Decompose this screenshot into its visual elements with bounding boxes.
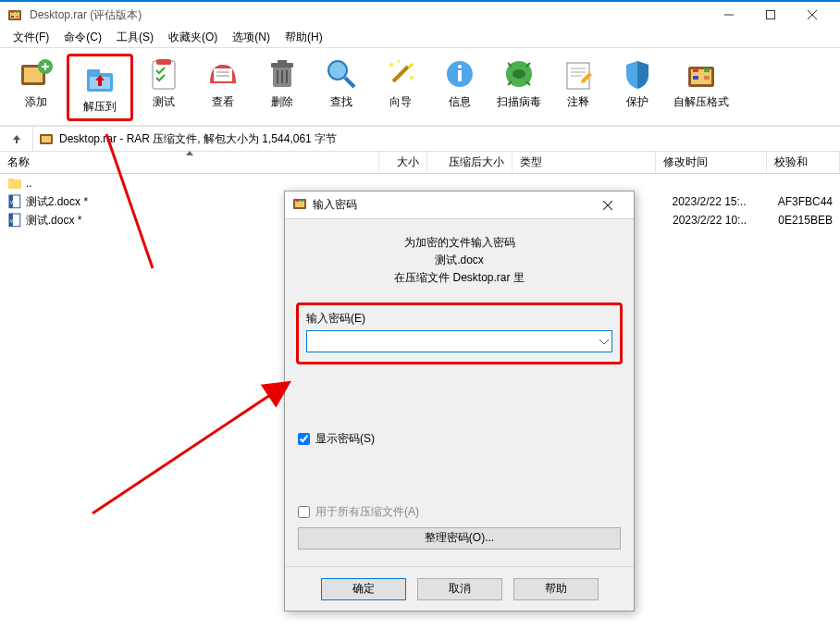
add-icon <box>18 56 55 93</box>
toolbar-protect-label: 保护 <box>626 94 649 110</box>
toolbar-delete[interactable]: 删除 <box>253 54 311 121</box>
find-icon <box>323 56 360 93</box>
address-bar: Desktop.rar - RAR 压缩文件, 解包大小为 1,544,061 … <box>0 126 840 152</box>
titlebar: Desktop.rar (评估版本) <box>0 0 840 28</box>
svg-point-39 <box>513 69 525 79</box>
toolbar-find[interactable]: 查找 <box>313 54 370 121</box>
toolbar-info[interactable]: 信息 <box>431 54 488 121</box>
toolbar-test-label: 测试 <box>153 94 175 110</box>
toolbar-sfx[interactable]: 自解压格式 <box>668 54 735 121</box>
col-size[interactable]: 大小 <box>379 152 427 173</box>
svg-line-41 <box>526 63 530 67</box>
toolbar-extract[interactable]: 解压到 <box>71 58 129 117</box>
svg-rect-52 <box>693 76 698 80</box>
file-name: .. <box>26 177 385 190</box>
svg-rect-65 <box>295 201 304 207</box>
toolbar-add-label: 添加 <box>25 94 47 110</box>
col-packed[interactable]: 压缩后大小 <box>427 152 513 173</box>
use-for-all-input[interactable] <box>298 506 310 518</box>
svg-rect-66 <box>296 200 299 202</box>
show-password-input[interactable] <box>298 433 310 445</box>
svg-rect-67 <box>301 200 303 202</box>
toolbar-sfx-label: 自解压格式 <box>673 94 729 110</box>
svg-rect-7 <box>766 11 774 19</box>
file-crc: 0E215BEB <box>771 214 840 227</box>
close-button[interactable] <box>791 2 833 28</box>
toolbar-comment[interactable]: 注释 <box>550 54 607 121</box>
toolbar-test[interactable]: 测试 <box>135 54 192 121</box>
delete-icon <box>264 56 301 93</box>
winrar-icon <box>7 7 22 22</box>
svg-rect-3 <box>16 11 19 13</box>
archive-icon <box>39 131 54 146</box>
svg-rect-50 <box>693 68 698 72</box>
svg-line-31 <box>393 67 408 81</box>
folder-up-icon <box>7 176 22 191</box>
cancel-button[interactable]: 取消 <box>417 578 502 600</box>
menu-commands[interactable]: 命令(C) <box>56 28 109 47</box>
maximize-button[interactable] <box>749 2 791 28</box>
col-crc[interactable]: 校验和 <box>767 152 840 173</box>
svg-point-32 <box>389 63 393 67</box>
svg-line-71 <box>93 393 273 513</box>
help-button[interactable]: 帮助 <box>513 578 599 600</box>
menu-favorites[interactable]: 收藏夹(O) <box>161 28 225 47</box>
toolbar-extract-label: 解压到 <box>83 99 117 115</box>
svg-rect-51 <box>704 68 710 72</box>
password-dialog: 输入密码 为加密的文件输入密码 测试.docx 在压缩文件 Desktop.ra… <box>284 191 635 611</box>
dialog-titlebar: 输入密码 <box>285 191 634 219</box>
toolbar-add[interactable]: 添加 <box>7 54 65 121</box>
svg-rect-2 <box>11 11 14 13</box>
docx-icon: W <box>7 194 22 209</box>
nav-up-button[interactable] <box>0 127 33 151</box>
address-text: Desktop.rar - RAR 压缩文件, 解包大小为 1,544,061 … <box>59 131 337 147</box>
col-mtime[interactable]: 修改时间 <box>656 152 767 173</box>
protect-icon <box>619 56 656 93</box>
svg-point-29 <box>328 61 347 80</box>
toolbar-protect[interactable]: 保护 <box>609 54 666 121</box>
password-label: 输入密码(E) <box>306 311 612 327</box>
svg-line-42 <box>508 81 512 85</box>
toolbar-comment-label: 注释 <box>567 94 589 110</box>
menu-help[interactable]: 帮助(H) <box>278 28 330 47</box>
dialog-message: 为加密的文件输入密码 测试.docx 在压缩文件 Desktop.rar 里 <box>298 234 621 288</box>
highlight-extract: 解压到 <box>67 54 133 121</box>
menu-file[interactable]: 文件(F) <box>6 28 56 47</box>
dialog-close-button[interactable] <box>589 191 626 218</box>
menu-tools[interactable]: 工具(S) <box>109 28 161 47</box>
toolbar: 添加 解压到 测试 查看 删除 查找 向导 信息 扫描病毒 注释 保护 <box>0 48 840 126</box>
toolbar-delete-label: 删除 <box>271 94 293 110</box>
password-input[interactable] <box>306 330 612 352</box>
organize-passwords-button[interactable]: 整理密码(O)... <box>298 527 621 549</box>
show-password-checkbox[interactable]: 显示密码(S) <box>298 431 621 447</box>
list-item[interactable]: .. <box>0 174 840 192</box>
menubar: 文件(F) 命令(C) 工具(S) 收藏夹(O) 选项(N) 帮助(H) <box>0 28 840 48</box>
svg-rect-19 <box>156 59 171 65</box>
toolbar-wizard[interactable]: 向导 <box>372 54 429 121</box>
svg-point-33 <box>410 76 414 80</box>
address-path[interactable]: Desktop.rar - RAR 压缩文件, 解包大小为 1,544,061 … <box>33 131 840 147</box>
toolbar-scan-label: 扫描病毒 <box>497 94 541 110</box>
ok-button[interactable]: 确定 <box>321 578 406 600</box>
dialog-body: 为加密的文件输入密码 测试.docx 在压缩文件 Desktop.rar 里 输… <box>285 219 634 567</box>
toolbar-wizard-label: 向导 <box>389 94 412 110</box>
col-type[interactable]: 类型 <box>513 152 656 173</box>
minimize-button[interactable] <box>708 2 749 28</box>
test-icon <box>145 56 182 93</box>
menu-options[interactable]: 选项(N) <box>225 28 278 47</box>
dialog-buttons: 确定 取消 帮助 <box>285 567 634 611</box>
toolbar-find-label: 查找 <box>330 94 352 110</box>
svg-line-40 <box>508 63 512 67</box>
svg-rect-25 <box>278 60 287 64</box>
info-icon <box>441 56 478 93</box>
col-name[interactable]: 名称 <box>0 152 379 173</box>
window-title: Desktop.rar (评估版本) <box>30 7 708 23</box>
view-icon <box>204 56 241 93</box>
toolbar-scan[interactable]: 扫描病毒 <box>490 54 548 121</box>
toolbar-info-label: 信息 <box>449 94 471 110</box>
svg-rect-4 <box>11 16 14 18</box>
use-for-all-checkbox[interactable]: 用于所有压缩文件(A) <box>298 504 621 520</box>
svg-point-36 <box>458 65 462 68</box>
toolbar-view[interactable]: 查看 <box>194 54 252 121</box>
wizard-icon <box>382 56 419 93</box>
